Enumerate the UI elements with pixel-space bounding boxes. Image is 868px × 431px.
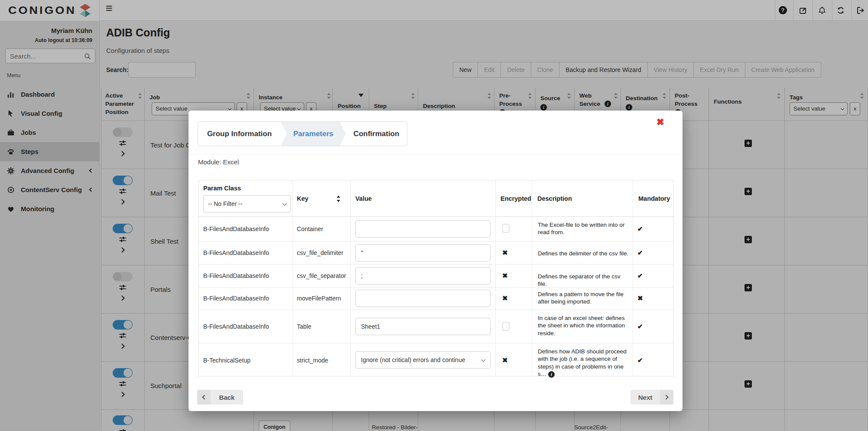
param-value-select[interactable]: Ignore (not critical) errors and continu… — [355, 351, 491, 369]
wizard-tabs: Group Information Parameters Confirmatio… — [198, 121, 407, 146]
param-value-input[interactable] — [355, 318, 491, 335]
col-mandatory: Mandatory — [638, 195, 670, 202]
encrypted-checkbox[interactable] — [502, 322, 510, 331]
encrypted-flag — [502, 356, 508, 364]
param-key: Container — [297, 225, 323, 232]
col-description: Description — [537, 195, 572, 202]
step-parameters-dialog: Group Information Parameters Confirmatio… — [189, 111, 683, 411]
encrypted-flag — [502, 272, 508, 280]
encrypted-checkbox[interactable] — [502, 224, 510, 233]
param-key: Table — [297, 323, 311, 330]
chevron-down-icon — [481, 358, 486, 362]
param-description: Defines the delimiter of the csv file. — [538, 250, 630, 257]
encrypted-flag — [502, 294, 508, 302]
param-key: csv_file_delimiter — [297, 249, 343, 256]
param-value-input[interactable] — [355, 290, 491, 307]
param-class-filter-select[interactable]: -- No Filter -- — [203, 195, 291, 212]
close-icon[interactable] — [657, 118, 664, 127]
param-class-value: B-FilesAndDatabaseInfo — [203, 249, 269, 256]
param-description: In case of an excel sheet: defines the s… — [538, 314, 630, 337]
param-value-input[interactable] — [355, 220, 491, 238]
info-icon[interactable]: i — [548, 371, 555, 378]
param-key: csv_file_separator — [297, 272, 346, 279]
module-label: Module: Excel — [198, 158, 239, 166]
col-value: Value — [355, 195, 372, 202]
param-class-value: B-FilesAndDatabaseInfo — [203, 295, 269, 302]
col-key[interactable]: Key — [297, 195, 309, 202]
col-encrypted: Encrypted — [501, 195, 531, 202]
param-description: Defines the separator of the csv file. — [538, 273, 630, 288]
param-value-input[interactable] — [355, 244, 491, 261]
param-description: Defines how ADIB should proceed with the… — [538, 348, 630, 378]
param-value-input[interactable] — [355, 267, 491, 284]
mandatory-flag — [637, 249, 643, 257]
divider — [189, 154, 683, 154]
param-class-value: B-TechnicalSetup — [203, 357, 250, 364]
tab-group-information[interactable]: Group Information — [198, 122, 281, 146]
mandatory-flag — [637, 323, 643, 330]
mandatory-flag — [637, 356, 643, 364]
param-class-value: B-FilesAndDatabaseInfo — [203, 272, 269, 279]
col-param-class: Param Class — [203, 185, 241, 192]
mandatory-flag — [637, 294, 643, 302]
mandatory-flag — [637, 272, 643, 280]
chevron-down-icon — [283, 202, 287, 206]
param-description: Defines a pattern to move the file after… — [538, 291, 630, 306]
next-button[interactable]: Next — [631, 390, 673, 405]
param-description: The Excel-file to be written into or rea… — [538, 221, 630, 236]
chevron-left-icon — [197, 390, 211, 405]
param-class-value: B-FilesAndDatabaseInfo — [203, 323, 269, 330]
param-class-value: B-FilesAndDatabaseInfo — [203, 225, 269, 232]
param-key: strict_mode — [297, 357, 328, 364]
sort-icon[interactable] — [337, 196, 341, 202]
tab-parameters[interactable]: Parameters — [281, 122, 346, 146]
parameters-table: Param Class -- No Filter -- Key Value En… — [198, 180, 673, 376]
back-button[interactable]: Back — [197, 390, 243, 405]
chevron-right-icon — [660, 390, 673, 405]
param-key: moveFilePattern — [297, 295, 341, 302]
mandatory-flag — [637, 225, 643, 233]
encrypted-flag — [502, 249, 508, 257]
tab-confirmation[interactable]: Confirmation — [346, 122, 407, 146]
